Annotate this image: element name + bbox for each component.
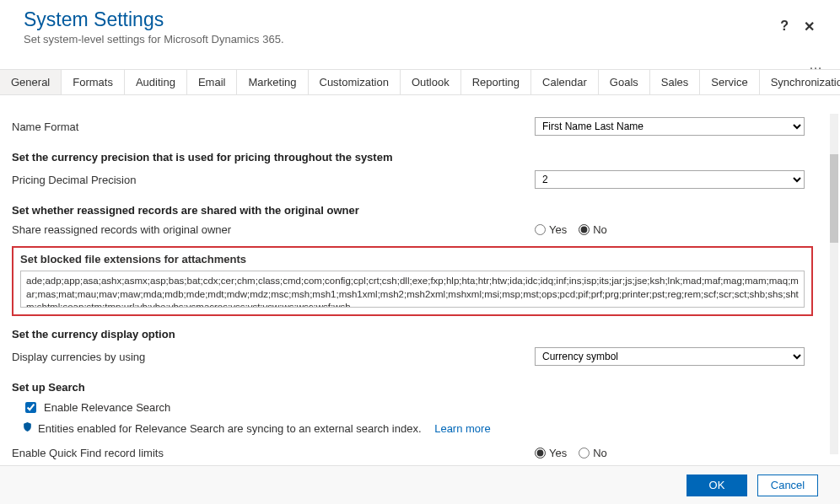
tab-service[interactable]: Service	[700, 70, 759, 94]
share-reassigned-no[interactable]: No	[579, 223, 607, 236]
search-heading: Set up Search	[12, 369, 828, 397]
blocked-extensions-section: Set blocked file extensions for attachme…	[12, 246, 813, 316]
pricing-decimal-select[interactable]: 2	[535, 170, 805, 189]
enable-relevance-checkbox[interactable]	[25, 402, 36, 413]
page-title: System Settings	[24, 8, 816, 31]
scrollbar-track[interactable]	[830, 114, 838, 454]
enable-relevance-label: Enable Relevance Search	[44, 401, 170, 414]
tab-email[interactable]: Email	[187, 70, 238, 94]
name-format-label: Name Format	[12, 121, 535, 133]
currency-display-label: Display currencies by using	[12, 351, 535, 363]
tab-formats[interactable]: Formats	[62, 70, 125, 94]
currency-display-select[interactable]: Currency symbol	[535, 347, 805, 366]
pricing-decimal-label: Pricing Decimal Precision	[12, 174, 535, 186]
relevance-sync-text: Entities enabled for Relevance Search ar…	[38, 422, 422, 435]
reassigned-heading: Set whether reassigned records are share…	[12, 192, 828, 220]
cancel-button[interactable]: Cancel	[757, 475, 818, 496]
tab-calendar[interactable]: Calendar	[531, 70, 599, 94]
blocked-extensions-heading: Set blocked file extensions for attachme…	[20, 253, 805, 265]
tab-marketing[interactable]: Marketing	[237, 70, 308, 94]
footer-bar: OK Cancel	[0, 465, 840, 504]
settings-content: Name Format First Name Last Name Set the…	[0, 114, 840, 464]
share-reassigned-yes[interactable]: Yes	[535, 223, 567, 236]
learn-more-link[interactable]: Learn more	[434, 422, 490, 435]
ok-button[interactable]: OK	[687, 475, 747, 496]
currency-precision-heading: Set the currency precision that is used …	[12, 139, 828, 167]
tab-customization[interactable]: Customization	[309, 70, 401, 94]
tab-goals[interactable]: Goals	[599, 70, 650, 94]
tab-auditing[interactable]: Auditing	[125, 70, 187, 94]
name-format-select[interactable]: First Name Last Name	[535, 117, 805, 136]
tab-general[interactable]: General	[0, 70, 62, 94]
tab-reporting[interactable]: Reporting	[461, 70, 531, 94]
quick-find-no[interactable]: No	[579, 447, 607, 459]
overflow-icon[interactable]: …	[809, 57, 823, 72]
tab-outlook[interactable]: Outlook	[401, 70, 461, 94]
page-subtitle: Set system-level settings for Microsoft …	[24, 33, 816, 46]
tab-synchronization[interactable]: Synchronization	[760, 70, 840, 94]
shield-icon	[22, 421, 33, 435]
currency-display-heading: Set the currency display option	[12, 316, 828, 344]
help-icon[interactable]: ?	[780, 19, 789, 35]
share-reassigned-label: Share reassigned records with original o…	[12, 223, 535, 236]
scrollbar-thumb[interactable]	[830, 154, 838, 243]
quick-find-label: Enable Quick Find record limits	[12, 447, 535, 459]
close-icon[interactable]: ✕	[804, 19, 815, 35]
tab-sales[interactable]: Sales	[650, 70, 701, 94]
categorized-search-row: Select entities for Categorized Search	[12, 463, 828, 464]
tab-bar: General Formats Auditing Email Marketing…	[0, 69, 840, 95]
quick-find-yes[interactable]: Yes	[535, 447, 567, 459]
blocked-extensions-input[interactable]: ade;adp;app;asa;ashx;asmx;asp;bas;bat;cd…	[20, 271, 805, 308]
